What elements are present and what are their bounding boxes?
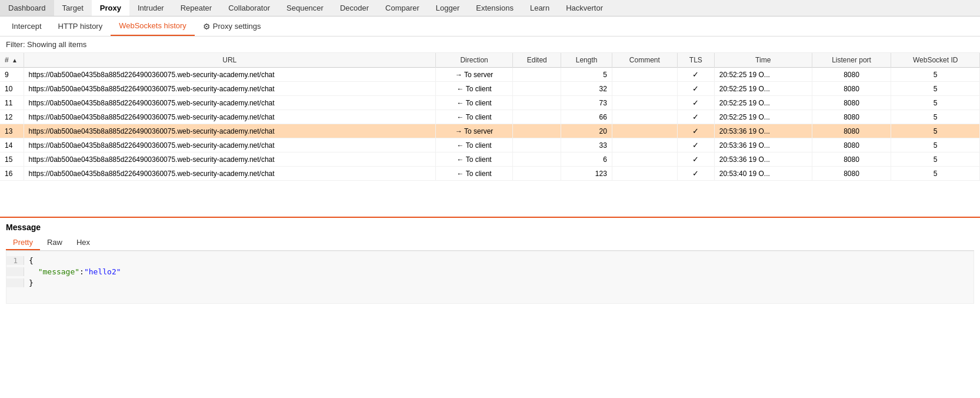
cell-num: 15 — [0, 152, 24, 167]
nav-target[interactable]: Target — [54, 0, 92, 16]
table-row[interactable]: 10 https://0ab500ae0435b8a885d2264900360… — [0, 82, 980, 96]
nav-learn[interactable]: Learn — [522, 0, 558, 16]
cell-listener-port: 8080 — [812, 124, 891, 138]
col-header-time[interactable]: Time — [714, 53, 812, 68]
cell-edited — [513, 152, 561, 167]
cell-url: https://0ab500ae0435b8a885d2264900360075… — [24, 167, 436, 181]
cell-ws-id: 5 — [891, 110, 980, 124]
table-header-row: # ▲ URL Direction Edited Length Comment … — [0, 53, 980, 68]
cell-comment — [612, 152, 677, 167]
cell-listener-port: 8080 — [812, 68, 891, 82]
cell-direction: ← To client — [436, 138, 513, 152]
cell-listener-port: 8080 — [812, 138, 891, 152]
subnav-proxy-settings[interactable]: ⚙ Proxy settings — [195, 18, 269, 35]
cell-direction: ← To client — [436, 96, 513, 110]
tab-raw[interactable]: Raw — [40, 236, 69, 250]
cell-comment — [612, 96, 677, 110]
tab-pretty[interactable]: Pretty — [6, 236, 40, 250]
gear-icon: ⚙ — [203, 22, 211, 31]
cell-num: 10 — [0, 82, 24, 96]
subnav-websockets-history[interactable]: WebSockets history — [111, 16, 195, 36]
col-header-comment[interactable]: Comment — [612, 53, 677, 68]
code-text-2: "message":"hello2" — [29, 267, 121, 276]
nav-hackvertor[interactable]: Hackvertor — [558, 0, 611, 16]
cell-length: 6 — [561, 152, 612, 167]
cell-direction: → To server — [436, 124, 513, 138]
nav-repeater[interactable]: Repeater — [172, 0, 220, 16]
cell-edited — [513, 167, 561, 181]
cell-edited — [513, 110, 561, 124]
cell-time: 20:53:40 19 O... — [714, 167, 812, 181]
cell-comment — [612, 167, 677, 181]
col-header-edited[interactable]: Edited — [513, 53, 561, 68]
cell-tls: ✓ — [677, 124, 714, 138]
cell-tls: ✓ — [677, 96, 714, 110]
cell-direction: ← To client — [436, 167, 513, 181]
nav-sequencer[interactable]: Sequencer — [278, 0, 332, 16]
json-key-message: "message" — [38, 267, 79, 276]
cell-edited — [513, 68, 561, 82]
table-row[interactable]: 14 https://0ab500ae0435b8a885d2264900360… — [0, 138, 980, 152]
cell-length: 73 — [561, 96, 612, 110]
col-header-url[interactable]: URL — [24, 53, 436, 68]
cell-edited — [513, 82, 561, 96]
line-num-1: 1 — [6, 256, 24, 265]
message-panel: Message Pretty Raw Hex 1 { "message":"he… — [0, 218, 980, 304]
nav-logger[interactable]: Logger — [428, 0, 468, 16]
cell-time: 20:53:36 19 O... — [714, 138, 812, 152]
cell-length: 5 — [561, 68, 612, 82]
cell-ws-id: 5 — [891, 68, 980, 82]
code-line-1: 1 { — [6, 255, 974, 266]
col-header-listener-port[interactable]: Listener port — [812, 53, 891, 68]
nav-collaborator[interactable]: Collaborator — [220, 0, 278, 16]
cell-url: https://0ab500ae0435b8a885d2264900360075… — [24, 110, 436, 124]
col-header-direction[interactable]: Direction — [436, 53, 513, 68]
cell-direction: ← To client — [436, 82, 513, 96]
nav-dashboard[interactable]: Dashboard — [0, 0, 54, 16]
top-nav: Dashboard Target Proxy Intruder Repeater… — [0, 0, 980, 16]
cell-ws-id: 5 — [891, 82, 980, 96]
nav-intruder[interactable]: Intruder — [129, 0, 172, 16]
cell-ws-id: 5 — [891, 96, 980, 110]
cell-comment — [612, 110, 677, 124]
cell-tls: ✓ — [677, 167, 714, 181]
table-row[interactable]: 16 https://0ab500ae0435b8a885d2264900360… — [0, 167, 980, 181]
cell-listener-port: 8080 — [812, 110, 891, 124]
col-header-tls[interactable]: TLS — [677, 53, 714, 68]
subnav-http-history[interactable]: HTTP history — [50, 17, 111, 35]
cell-tls: ✓ — [677, 138, 714, 152]
cell-num: 13 — [0, 124, 24, 138]
cell-length: 32 — [561, 82, 612, 96]
message-title: Message — [6, 223, 974, 232]
cell-tls: ✓ — [677, 82, 714, 96]
tab-hex[interactable]: Hex — [69, 236, 97, 250]
table-row[interactable]: 15 https://0ab500ae0435b8a885d2264900360… — [0, 152, 980, 167]
nav-decoder[interactable]: Decoder — [332, 0, 377, 16]
cell-time: 20:52:25 19 O... — [714, 96, 812, 110]
cell-tls: ✓ — [677, 152, 714, 167]
nav-proxy[interactable]: Proxy — [92, 0, 129, 16]
nav-extensions[interactable]: Extensions — [468, 0, 522, 16]
col-header-websocket-id[interactable]: WebSocket ID — [891, 53, 980, 68]
cell-num: 14 — [0, 138, 24, 152]
message-content: 1 { "message":"hello2" } — [6, 251, 974, 304]
message-tabs: Pretty Raw Hex — [6, 236, 974, 251]
table-row[interactable]: 9 https://0ab500ae0435b8a885d22649003600… — [0, 68, 980, 82]
col-header-num[interactable]: # ▲ — [0, 53, 24, 68]
cell-comment — [612, 138, 677, 152]
table-row[interactable]: 11 https://0ab500ae0435b8a885d2264900360… — [0, 96, 980, 110]
sort-icon: ▲ — [12, 57, 18, 64]
col-header-length[interactable]: Length — [561, 53, 612, 68]
cell-listener-port: 8080 — [812, 167, 891, 181]
cell-edited — [513, 124, 561, 138]
websockets-table: # ▲ URL Direction Edited Length Comment … — [0, 53, 980, 181]
subnav-intercept[interactable]: Intercept — [4, 17, 50, 35]
cell-comment — [612, 68, 677, 82]
nav-comparer[interactable]: Comparer — [377, 0, 428, 16]
cell-length: 123 — [561, 167, 612, 181]
cell-time: 20:53:36 19 O... — [714, 124, 812, 138]
table-row[interactable]: 13 https://0ab500ae0435b8a885d2264900360… — [0, 124, 980, 138]
cell-length: 20 — [561, 124, 612, 138]
proxy-settings-label: Proxy settings — [213, 22, 261, 31]
table-row[interactable]: 12 https://0ab500ae0435b8a885d2264900360… — [0, 110, 980, 124]
